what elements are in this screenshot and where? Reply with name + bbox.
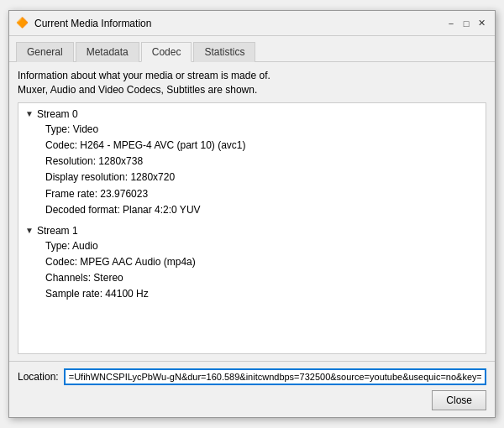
stream-0-section: ▼ Stream 0 Type: Video Codec: H264 - MPE… [25,108,479,218]
title-bar-buttons: − □ ✕ [444,17,488,30]
description: Information about what your media or str… [18,69,486,97]
stream-0-props: Type: Video Codec: H264 - MPEG-4 AVC (pa… [25,122,479,218]
stream-prop: Type: Video [45,122,479,138]
maximize-button[interactable]: □ [459,17,473,30]
window-title: Current Media Information [34,18,151,29]
vlc-icon: 🔶 [16,17,29,30]
stream-prop: Channels: Stereo [45,270,479,286]
close-window-button[interactable]: ✕ [475,17,488,30]
stream-prop: Display resolution: 1280x720 [45,170,479,185]
stream-box[interactable]: ▼ Stream 0 Type: Video Codec: H264 - MPE… [18,102,486,354]
stream-prop: Type: Audio [45,238,479,254]
tab-general[interactable]: General [16,42,74,62]
main-window: 🔶 Current Media Information − □ ✕ Genera… [8,10,496,418]
button-row: Close [18,390,486,410]
stream-prop: Frame rate: 23.976023 [45,186,479,202]
chevron-stream0-icon: ▼ [25,109,34,118]
location-input[interactable] [64,368,486,385]
chevron-stream1-icon: ▼ [25,226,34,235]
tab-codec[interactable]: Codec [141,42,192,62]
stream-prop: Sample rate: 44100 Hz [45,286,479,302]
stream-prop: Codec: H264 - MPEG-4 AVC (part 10) (avc1… [45,138,479,154]
stream-1-label: Stream 1 [37,225,78,237]
footer: Location: Close [9,361,495,417]
tab-metadata[interactable]: Metadata [76,42,139,62]
location-label: Location: [18,371,59,383]
content-area: Information about what your media or str… [9,62,495,361]
stream-prop: Codec: MPEG AAC Audio (mp4a) [45,254,479,270]
tab-statistics[interactable]: Statistics [193,42,255,62]
location-row: Location: [18,368,486,385]
description-line1: Information about what your media or str… [18,69,486,83]
stream-prop: Resolution: 1280x738 [45,154,479,170]
stream-0-header[interactable]: ▼ Stream 0 [25,108,479,120]
close-button[interactable]: Close [432,390,486,410]
stream-prop: Decoded format: Planar 4:2:0 YUV [45,202,479,218]
tabs-bar: General Metadata Codec Statistics [9,36,495,62]
title-bar: 🔶 Current Media Information − □ ✕ [9,11,495,36]
stream-1-section: ▼ Stream 1 Type: Audio Codec: MPEG AAC A… [25,225,479,303]
minimize-button[interactable]: − [444,17,458,30]
stream-1-header[interactable]: ▼ Stream 1 [25,225,479,237]
stream-1-props: Type: Audio Codec: MPEG AAC Audio (mp4a)… [25,238,479,303]
description-line2: Muxer, Audio and Video Codecs, Subtitles… [18,83,486,97]
title-bar-left: 🔶 Current Media Information [16,17,151,30]
stream-0-label: Stream 0 [37,108,78,120]
